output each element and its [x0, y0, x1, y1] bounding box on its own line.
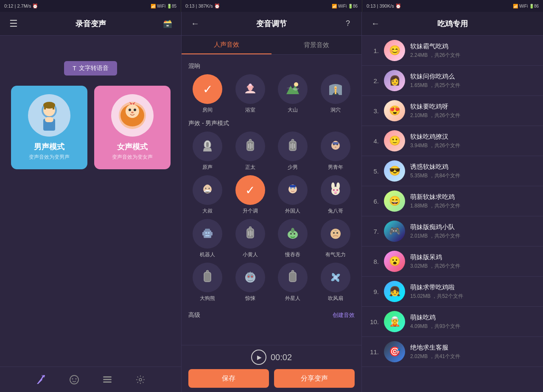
help-icon[interactable]: ? — [341, 17, 355, 31]
effect-youngman[interactable]: 男青年 — [316, 132, 355, 171]
effect-horror[interactable]: 惊悚 — [231, 263, 270, 302]
voice-effect-tabs: 人声音效 背景音效 — [182, 36, 361, 55]
list-item[interactable]: 1. 😊 软妹霸气吃鸡 2.24MB ，共26个文件 — [362, 36, 543, 66]
effect-fan-label: 吹风扇 — [328, 295, 343, 302]
share-button[interactable]: 分享变声 — [274, 369, 355, 388]
male-voice-card[interactable]: 男声模式 变声音效为变男声 — [11, 86, 87, 169]
toolbar-settings-btn[interactable] — [130, 370, 151, 390]
list-title: 萌妹版痴鸡小队 — [410, 223, 536, 231]
save-button[interactable]: 保存 — [188, 369, 269, 388]
toolbar-magic-btn[interactable] — [31, 370, 51, 390]
archive-icon[interactable]: 🗃️ — [161, 17, 174, 31]
svg-rect-18 — [103, 376, 112, 378]
effect-alien[interactable]: 外星人 — [274, 263, 312, 302]
menu-icon[interactable]: ☰ — [7, 17, 20, 31]
effect-bear[interactable]: 大狗熊 — [188, 263, 227, 302]
effect-rabbit-circle — [321, 175, 350, 205]
effect-foreigner[interactable]: 外国人 — [274, 175, 312, 215]
effect-robot-circle — [193, 219, 222, 249]
svg-point-23 — [249, 84, 252, 86]
effect-youngboy[interactable]: 少男 — [274, 132, 312, 171]
male-title: 男声模式 — [34, 142, 64, 152]
effect-cave-label: 洞穴 — [330, 106, 341, 114]
panel-2-title: 变音调节 — [202, 19, 341, 29]
back-button-2[interactable]: ← — [188, 17, 202, 31]
effect-slow-label: 慢吞吞 — [285, 251, 300, 258]
list-item[interactable]: 9. 👧 萌妹求带吃鸡啦 15.02MB ，共52个文件 — [362, 277, 543, 307]
list-item[interactable]: 5. 😎 诱惑软妹吃鸡 5.35MB ，共84个文件 — [362, 156, 543, 186]
list-title: 软妹吃鸡撩汉 — [410, 133, 536, 141]
effect-weak-circle — [321, 219, 350, 249]
svg-point-24 — [294, 82, 298, 87]
panel-3-title: 吃鸡专用 — [382, 19, 523, 29]
list-number: 10. — [369, 318, 379, 325]
effect-shota-label: 正太 — [245, 164, 255, 171]
effect-robot[interactable]: 机器人 — [188, 219, 227, 258]
svg-point-36 — [333, 144, 334, 146]
list-meta: 2.01MB ，共26个文件 — [410, 232, 536, 240]
list-item[interactable]: 2. 👩 软妹问你吃鸡么 1.65MB ，共25个文件 — [362, 66, 543, 96]
list-avatar: 👧 — [384, 281, 405, 302]
female-voice-card[interactable]: 女声模式 变声音效为变女声 — [94, 86, 171, 169]
play-button[interactable]: ▶ — [251, 350, 266, 365]
effect-bathroom[interactable]: 浴室 — [231, 74, 270, 114]
effect-mountain[interactable]: 大山 — [274, 74, 312, 114]
svg-point-51 — [333, 189, 335, 191]
effect-horror-circle — [235, 263, 265, 292]
time-1: 0:12 | 2.7M/s ⏰ — [4, 3, 38, 9]
list-title: 萌妹求带吃鸡啦 — [410, 283, 536, 291]
list-item[interactable]: 4. 🙂 软妹吃鸡撩汉 3.94MB ，共26个文件 — [362, 126, 543, 156]
reverb-label: 混响 — [188, 62, 355, 70]
effect-bathroom-label: 浴室 — [245, 106, 255, 114]
effect-higher[interactable]: ✓ 升个调 — [231, 175, 270, 215]
svg-point-21 — [139, 378, 142, 381]
list-meta: 4.09MB ，共93个文件 — [410, 323, 536, 330]
list-item[interactable]: 3. 😍 软妹要吃鸡呀 2.10MB ，共26个文件 — [362, 96, 543, 126]
back-button-3[interactable]: ← — [369, 17, 382, 31]
effect-original[interactable]: 原声 — [188, 132, 227, 171]
voice-effects-grid: 原声 正太 — [188, 132, 355, 302]
list-number: 7. — [369, 228, 379, 235]
create-effect-button[interactable]: 创建音效 — [333, 311, 355, 319]
effect-alien-label: 外星人 — [285, 295, 300, 302]
list-item[interactable]: 7. 🎮 萌妹版痴鸡小队 2.01MB ，共26个文件 — [362, 216, 543, 246]
effect-youngboy-label: 少男 — [288, 164, 298, 171]
effect-shota[interactable]: 正太 — [231, 132, 270, 171]
list-info: 萌新软妹求吃鸡 1.88MB ，共26个文件 — [410, 193, 536, 210]
tab-bg-effect[interactable]: 背景音效 — [272, 36, 361, 54]
effect-weak[interactable]: 有气无力 — [316, 219, 355, 258]
list-item[interactable]: 6. 😄 萌新软妹求吃鸡 1.88MB ，共26个文件 — [362, 186, 543, 216]
list-item[interactable]: 10. 🧝 萌妹吃鸡 4.09MB ，共93个文件 — [362, 307, 543, 337]
effect-slow[interactable]: 慢吞吞 — [274, 219, 312, 258]
tab-voice-effect[interactable]: 人声音效 — [182, 36, 272, 54]
svg-point-69 — [336, 232, 338, 234]
list-item[interactable]: 8. 😮 萌妹版呆鸡 3.02MB ，共26个文件 — [362, 246, 543, 277]
svg-rect-56 — [205, 232, 207, 234]
svg-rect-57 — [208, 232, 210, 234]
list-info: 绝地求生客服 2.02MB ，共41个文件 — [410, 344, 536, 360]
effect-uncle[interactable]: 大叔 — [188, 175, 227, 215]
svg-rect-5 — [44, 107, 46, 109]
list-title: 诱惑软妹吃鸡 — [410, 163, 536, 171]
toolbar-list-btn[interactable] — [97, 370, 118, 390]
effect-fan-circle — [321, 263, 350, 292]
list-item[interactable]: 11. 🎯 绝地求生客服 2.02MB ，共41个文件 — [362, 337, 543, 367]
list-number: 6. — [369, 198, 379, 205]
status-bar-3: 0:13 | 390K/s ⏰ 📶 WiFi 🔋86 — [362, 0, 543, 12]
effect-rabbit[interactable]: 兔八哥 — [316, 175, 355, 215]
effect-room[interactable]: ✓ 房间 — [188, 74, 227, 114]
effect-cave[interactable]: 洞穴 — [316, 74, 355, 114]
effect-room-label: 房间 — [202, 106, 213, 114]
text-to-speech-button[interactable]: T 文字转语音 — [64, 61, 117, 76]
effect-minion[interactable]: 小黄人 — [231, 219, 270, 258]
toolbar-face-btn[interactable] — [64, 370, 84, 390]
list-info: 萌妹版呆鸡 3.02MB ，共26个文件 — [410, 253, 536, 270]
panel-3-header: ← 吃鸡专用 — [362, 12, 543, 36]
effect-fan[interactable]: 吹风扇 — [316, 263, 355, 302]
effects-scroll-area[interactable]: 混响 ✓ 房间 — [182, 55, 361, 345]
list-number: 2. — [369, 77, 379, 84]
effect-higher-circle: ✓ — [235, 175, 265, 205]
action-buttons: 保存 分享变声 — [188, 369, 355, 388]
list-meta: 2.24MB ，共26个文件 — [410, 52, 536, 59]
list-number: 1. — [369, 47, 379, 54]
